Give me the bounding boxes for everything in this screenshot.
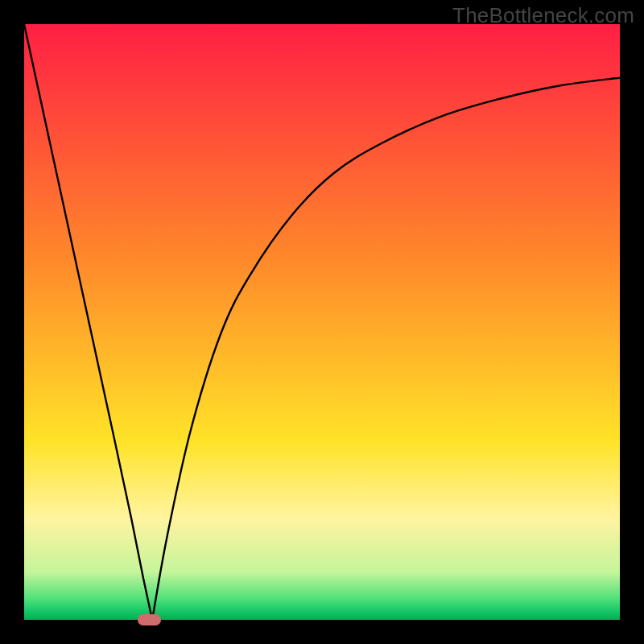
- minimum-marker: [138, 614, 162, 626]
- plot-svg: [24, 24, 620, 620]
- plot-area: [24, 24, 620, 620]
- watermark-text: TheBottleneck.com: [452, 3, 634, 28]
- gradient-background: [24, 24, 620, 620]
- chart-outer-frame: TheBottleneck.com: [0, 0, 644, 644]
